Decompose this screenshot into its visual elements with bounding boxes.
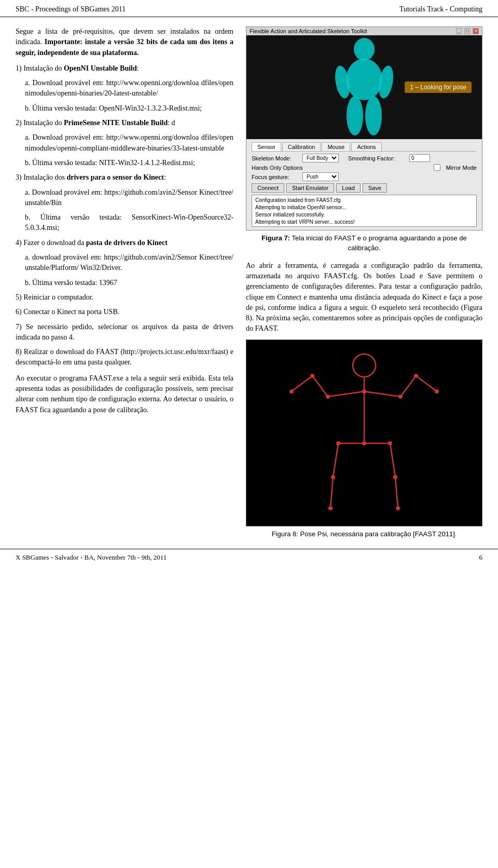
- svg-point-33: [396, 506, 400, 510]
- svg-point-30: [331, 475, 335, 479]
- left-column: Segue a lista de pré-requisitos, que dev…: [16, 26, 233, 539]
- figure7-image-area: 1 – Looking for pose: [246, 35, 482, 139]
- skeleton-mode-label: Skeleton Mode:: [252, 155, 298, 161]
- svg-point-4: [347, 96, 363, 135]
- svg-point-27: [362, 441, 366, 445]
- maximize-icon[interactable]: □: [464, 28, 471, 34]
- right-column: Flexible Action and Articulated Skeleton…: [246, 26, 482, 539]
- figure7-caption: Figura 7: Tela inicial do FAAST e o prog…: [246, 234, 482, 253]
- svg-line-10: [312, 376, 328, 397]
- log-line-1: Configuration loaded from FAAST.cfg: [255, 197, 473, 204]
- svg-point-20: [362, 389, 366, 394]
- hands-label: Hands Only Options: [252, 165, 302, 171]
- svg-line-17: [390, 443, 395, 477]
- intro-text: Segue a lista de pré-requisitos, que dev…: [16, 26, 233, 58]
- svg-line-13: [416, 376, 437, 391]
- svg-point-23: [310, 374, 314, 378]
- figure8-svg: [276, 345, 452, 521]
- skeleton-mode-select[interactable]: Full Body: [302, 154, 339, 162]
- page-footer: X SBGames - Salvador - BA, November 7th …: [0, 549, 498, 566]
- connect-button[interactable]: Connect: [252, 183, 284, 193]
- cyan-person-svg: [323, 38, 406, 137]
- faast-link[interactable]: (http://projects.ict.usc.edu/mxr/faast): [120, 348, 228, 356]
- svg-point-26: [435, 389, 439, 394]
- header-left: SBC - Proceedings of SBGames 2011: [16, 5, 126, 13]
- start-emulator-button[interactable]: Start Emulator: [286, 183, 334, 193]
- item2: 2) Instalação do PrimeSense NITE Unstabl…: [16, 118, 233, 168]
- svg-line-19: [395, 477, 398, 508]
- tab-sensor[interactable]: Sensor: [252, 142, 281, 151]
- svg-point-24: [414, 374, 418, 378]
- figure8-caption: Figura 8: Pose Psi, necessária para cali…: [246, 530, 482, 539]
- item5: 5) Reiniciar o computador.: [16, 292, 233, 303]
- svg-point-21: [326, 395, 330, 399]
- log-line-3: Sensor initialized successfully.: [255, 211, 473, 219]
- mirror-label: Mirror Mode: [446, 165, 477, 171]
- skeleton-mode-row: Skeleton Mode: Full Body Smoothing Facto…: [252, 154, 477, 162]
- openni-link-2[interactable]: http://www.openni.org/downloa dfiles/ope…: [25, 133, 233, 152]
- page-header: SBC - Proceedings of SBGames 2011 Tutori…: [0, 0, 498, 17]
- footer-left: X SBGames - Salvador - BA, November 7th …: [16, 553, 167, 562]
- right-col-paragraph: Ao abrir a ferramenta, é carregada a con…: [246, 261, 482, 334]
- item3: 3) Instalação dos drivers para o sensor …: [16, 172, 233, 233]
- svg-point-1: [346, 59, 382, 100]
- figure7-controls: Sensor Calibration Mouse Actions Skeleto…: [246, 139, 482, 230]
- log-area: Configuration loaded from FAAST.cfg Atte…: [252, 195, 477, 227]
- log-line-4: Attempting to start VRPN server... succe…: [255, 219, 473, 226]
- tab-actions[interactable]: Actions: [351, 142, 381, 151]
- tab-mouse[interactable]: Mouse: [322, 142, 350, 151]
- figure8-box: [246, 340, 482, 526]
- svg-line-9: [364, 391, 400, 397]
- main-content: Segue a lista de pré-requisitos, que dev…: [0, 17, 498, 539]
- svg-point-28: [336, 441, 340, 445]
- svg-point-31: [393, 475, 397, 479]
- openni-link-1[interactable]: http://www.openni.org/downloa dfiles/ope…: [25, 79, 233, 97]
- svg-line-8: [328, 391, 364, 397]
- faast-paragraph: Ao executar o programa FAAST.exe a tela …: [16, 373, 233, 415]
- item7: 7) Se necessário pedido, selecionar os a…: [16, 322, 233, 343]
- svg-line-16: [333, 443, 338, 477]
- svg-line-11: [400, 376, 416, 397]
- figure7-box: Flexible Action and Articulated Skeleton…: [246, 26, 482, 230]
- minimize-icon[interactable]: _: [456, 28, 462, 34]
- focus-label: Focus gesture:: [252, 174, 298, 180]
- item1: 1) Instalação do OpenNI Unstable Build: …: [16, 63, 233, 114]
- figure7-title: Flexible Action and Articulated Skeleton…: [250, 28, 454, 34]
- item6: 6) Conectar o Kinect na porta USB.: [16, 307, 233, 317]
- header-right: Tutorials Track - Computing: [399, 5, 482, 13]
- item4: 4) Fazer o download da pasta de drivers …: [16, 238, 233, 288]
- svg-point-0: [354, 38, 375, 61]
- svg-point-29: [388, 441, 392, 445]
- svg-point-25: [289, 389, 294, 394]
- svg-point-6: [353, 354, 376, 377]
- footer-right: 6: [479, 553, 483, 562]
- focus-select[interactable]: Push: [302, 172, 339, 181]
- svg-point-32: [328, 506, 333, 510]
- svg-point-5: [365, 96, 382, 135]
- figure7-tabs: Sensor Calibration Mouse Actions: [252, 142, 477, 152]
- close-icon[interactable]: ✕: [473, 28, 479, 34]
- figure7-buttons: Connect Start Emulator Load Save: [252, 183, 477, 193]
- log-line-5: New user identified: 1: [255, 226, 473, 227]
- save-button[interactable]: Save: [363, 183, 387, 193]
- smoothing-input[interactable]: [409, 154, 430, 162]
- github-link-1[interactable]: https://github.com/avin2/Sensor Kinect/t…: [25, 188, 233, 207]
- log-line-2: Attempting to initialize OpenNI sensor..…: [255, 204, 473, 211]
- mirror-checkbox[interactable]: [434, 164, 440, 171]
- svg-point-22: [398, 395, 403, 399]
- github-link-2[interactable]: https://github.com/avin2/Sensor Kinect/t…: [25, 253, 233, 272]
- tab-calibration[interactable]: Calibration: [282, 142, 321, 151]
- load-button[interactable]: Load: [336, 183, 360, 193]
- svg-line-18: [330, 477, 333, 508]
- item8: 8) Realizar o download do FAAST (http://…: [16, 347, 233, 368]
- looking-for-pose-label: 1 – Looking for pose: [405, 82, 472, 93]
- figure7-titlebar: Flexible Action and Articulated Skeleton…: [246, 27, 482, 35]
- hands-options-row: Hands Only Options Mirror Mode: [252, 164, 477, 171]
- focus-gesture-row: Focus gesture: Push: [252, 172, 477, 181]
- smoothing-label: Smoothing Factor:: [348, 155, 405, 161]
- svg-line-12: [292, 376, 312, 391]
